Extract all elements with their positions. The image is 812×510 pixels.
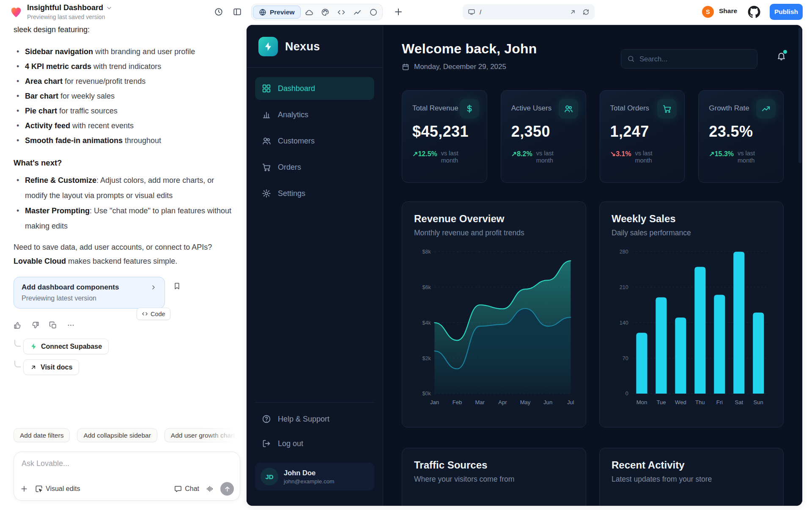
bottom-cards-row: Traffic Sources Where your visitors come… <box>402 448 784 506</box>
nav-item-dashboard[interactable]: Dashboard <box>255 77 374 100</box>
bookmark-icon[interactable] <box>173 282 181 290</box>
revenue-area-chart: $0k$2k$4k$6k$8kJanFebMarAprMayJunJul <box>414 244 574 410</box>
card-title: Traffic Sources <box>414 459 574 471</box>
kpi-card-total-revenue[interactable]: Total Revenue $45,231 ↗12.5% vs last mon… <box>402 90 487 183</box>
preview-url-bar[interactable]: / <box>463 4 595 19</box>
svg-text:70: 70 <box>623 356 628 361</box>
search-input[interactable] <box>639 55 751 63</box>
tree-connector <box>14 361 21 367</box>
project-title-block[interactable]: Insightful Dashboard Previewing last sav… <box>27 3 112 20</box>
device-monitor-icon <box>468 8 475 16</box>
svg-text:Jul: Jul <box>567 399 574 405</box>
attach-plus-icon[interactable] <box>20 485 28 493</box>
svg-text:$4k: $4k <box>422 320 431 326</box>
preview-tool-group: Preview <box>251 4 383 20</box>
svg-text:280: 280 <box>620 249 628 255</box>
history-icon[interactable] <box>213 6 224 17</box>
svg-text:$8k: $8k <box>422 249 431 255</box>
arrow-up-right-icon <box>30 364 37 371</box>
app-search[interactable] <box>621 49 757 69</box>
chat-bubble-icon <box>174 485 182 493</box>
preview-button[interactable]: Preview <box>253 6 301 19</box>
top-toolbar: Insightful Dashboard Previewing last sav… <box>0 0 812 24</box>
users-icon <box>262 136 271 146</box>
connect-supabase-button[interactable]: Connect Supabase <box>23 339 109 354</box>
code-toggle-button[interactable]: Code <box>137 308 170 320</box>
user-avatar[interactable]: S <box>702 6 714 18</box>
svg-text:Wed: Wed <box>675 399 686 405</box>
app-sidebar: Nexus Dashboard Analytics Customers Orde… <box>247 25 383 506</box>
app-brand: Nexus <box>247 25 383 67</box>
svg-text:$2k: $2k <box>422 356 431 361</box>
nav-item-settings[interactable]: Settings <box>255 182 374 205</box>
cart-icon <box>657 99 677 119</box>
add-tool-icon[interactable] <box>393 7 403 17</box>
version-card[interactable]: Add dashboard components Previewing late… <box>14 277 165 309</box>
kpi-card-total-orders[interactable]: Total Orders 1,247 ↘3.1% vs last month <box>600 90 685 183</box>
users-icon <box>559 99 578 119</box>
gear-icon <box>262 189 271 198</box>
nav-item-orders[interactable]: Orders <box>255 156 374 179</box>
svg-text:Feb: Feb <box>453 399 462 405</box>
visual-edits-button[interactable]: Visual edits <box>35 485 80 493</box>
kpi-trend: ↗12.5% <box>412 150 437 158</box>
nav-item-logout[interactable]: Log out <box>255 433 374 454</box>
kpi-row: Total Revenue $45,231 ↗12.5% vs last mon… <box>402 90 784 183</box>
svg-text:$6k: $6k <box>422 284 431 290</box>
url-path[interactable]: / <box>480 8 565 16</box>
refresh-icon[interactable] <box>582 8 590 16</box>
nav-item-analytics[interactable]: Analytics <box>255 103 374 126</box>
kpi-card-growth-rate[interactable]: Growth Rate 23.5% ↗15.3% vs last month <box>698 90 784 183</box>
notification-dot <box>783 50 787 54</box>
search-icon <box>627 55 635 63</box>
preview-scrollbar[interactable] <box>798 28 801 163</box>
publish-button[interactable]: Publish <box>770 4 803 20</box>
kpi-trend: ↗8.2% <box>511 150 532 158</box>
user-profile-card[interactable]: JD John Doe john@example.com <box>255 463 374 491</box>
feature-item: 4 KPI metric cards with trend indicators <box>14 59 236 74</box>
nav-item-customers[interactable]: Customers <box>255 130 374 152</box>
thumbs-down-icon[interactable] <box>31 321 39 329</box>
kpi-trend-suffix: vs last month <box>635 150 661 164</box>
kpi-value: 2,350 <box>511 123 576 141</box>
nav-item-help[interactable]: Help & Support <box>255 408 374 430</box>
lovable-logo-icon[interactable] <box>9 5 23 19</box>
chat-panel: sleek design featuring: Sidebar navigati… <box>0 24 247 510</box>
kpi-trend: ↗15.3% <box>709 150 734 158</box>
svg-text:Jun: Jun <box>543 399 552 405</box>
copy-icon[interactable] <box>49 321 57 329</box>
thumbs-up-icon[interactable] <box>14 321 22 329</box>
voice-waveform-icon[interactable] <box>206 485 214 493</box>
notifications-bell-icon[interactable] <box>776 51 786 61</box>
palette-icon[interactable] <box>318 6 333 19</box>
circle-icon[interactable] <box>366 6 381 19</box>
send-button[interactable] <box>220 482 234 496</box>
open-external-icon[interactable] <box>569 8 576 16</box>
cloud-icon[interactable] <box>302 6 317 19</box>
kpi-value: $45,231 <box>412 123 477 141</box>
suggestion-chip[interactable]: Add collapsible sidebar <box>77 428 157 442</box>
kpi-trend-suffix: vs last month <box>441 150 467 164</box>
feature-list: Sidebar navigation with branding and use… <box>14 44 236 148</box>
suggestion-chip[interactable]: Add date filters <box>14 428 70 442</box>
logout-icon <box>262 439 271 448</box>
code-icon[interactable] <box>334 6 349 19</box>
dollar-icon <box>460 99 479 119</box>
github-icon[interactable] <box>748 6 760 18</box>
kpi-card-active-users[interactable]: Active Users 2,350 ↗8.2% vs last month <box>501 90 586 183</box>
chat-mode-button[interactable]: Chat <box>174 485 199 493</box>
message-reactions <box>14 321 236 329</box>
line-chart-icon[interactable] <box>350 6 365 19</box>
svg-text:Apr: Apr <box>498 399 507 405</box>
suggestion-chips: Add date filters Add collapsible sidebar… <box>14 428 236 442</box>
chevron-down-icon <box>106 5 112 11</box>
chevron-right-icon <box>150 284 157 291</box>
suggestion-chip[interactable]: Add user growth chart <box>165 428 236 442</box>
visit-docs-button[interactable]: Visit docs <box>23 359 79 375</box>
traffic-sources-card: Traffic Sources Where your visitors come… <box>402 448 586 506</box>
sidebar-footer: Help & Support Log out JD John Doe john@… <box>247 402 383 506</box>
share-button[interactable]: Share <box>719 7 737 15</box>
prompt-input[interactable]: Ask Lovable... Visual edits Chat <box>14 452 240 501</box>
more-options-icon[interactable] <box>67 321 75 329</box>
panel-layout-icon[interactable] <box>232 6 243 17</box>
